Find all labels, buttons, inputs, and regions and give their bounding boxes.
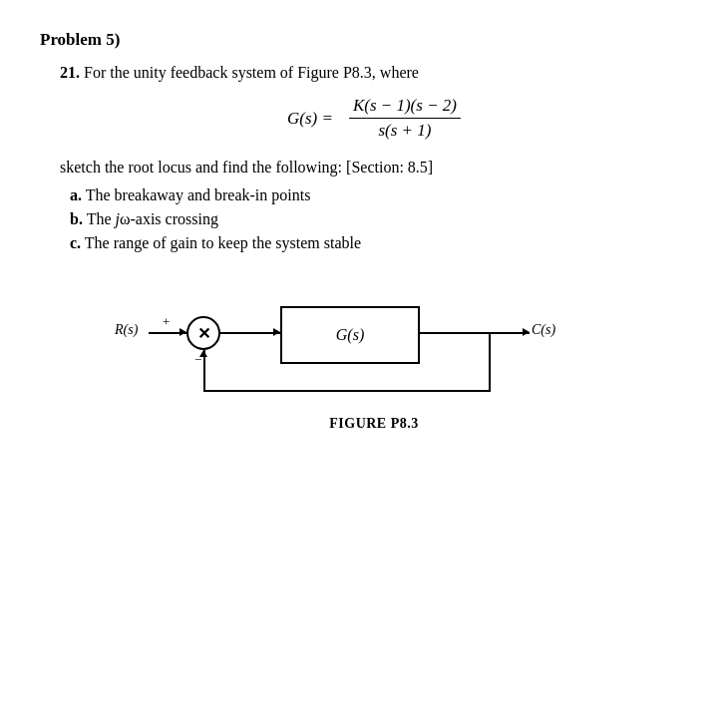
- equation-numerator: K(s − 1)(s − 2): [349, 96, 461, 119]
- block-diagram: R(s) + ✕ − G(s) C(s): [115, 292, 633, 402]
- sub-text-c: The range of gain to keep the system sta…: [85, 234, 361, 251]
- gs-label: G(s): [336, 326, 364, 344]
- problem-container: Problem 5) 21. For the unity feedback sy…: [40, 30, 688, 432]
- figure-caption: FIGURE P8.3: [329, 416, 419, 432]
- equation-denominator: s(s + 1): [374, 119, 435, 141]
- sketch-text: sketch the root locus and find the follo…: [60, 159, 688, 177]
- problem-body: 21. For the unity feedback system of Fig…: [60, 64, 688, 432]
- feedback-vertical-left: [203, 350, 205, 392]
- arrow-gs-to-output: [420, 332, 530, 334]
- problem-title: Problem 5): [40, 30, 688, 50]
- sub-text-b: The jω-axis crossing: [87, 210, 218, 227]
- summing-junction: [186, 316, 220, 350]
- feedback-horizontal: [203, 390, 491, 392]
- equation-fraction: K(s − 1)(s − 2) s(s + 1): [349, 96, 461, 141]
- feedback-vertical-right: [489, 334, 491, 392]
- sub-item-b: b. The jω-axis crossing: [70, 210, 688, 228]
- c-label: C(s): [532, 322, 555, 338]
- sub-label-a: a.: [70, 186, 82, 203]
- equation-lhs: G(s) =: [287, 109, 333, 129]
- figure-area: R(s) + ✕ − G(s) C(s): [60, 292, 688, 432]
- intro-text: For the unity feedback system of Figure …: [84, 64, 419, 81]
- sub-item-c: c. The range of gain to keep the system …: [70, 234, 688, 252]
- intro-line: 21. For the unity feedback system of Fig…: [60, 64, 688, 82]
- sub-item-a: a. The breakaway and break-in points: [70, 186, 688, 204]
- r-label: R(s): [115, 322, 138, 338]
- sub-label-c: c.: [70, 234, 81, 251]
- problem-number: 21.: [60, 64, 80, 81]
- arrow-r-to-sum: [149, 332, 186, 334]
- sub-label-b: b.: [70, 210, 83, 227]
- sub-text-a: The breakaway and break-in points: [86, 186, 311, 203]
- arrow-sum-to-gs: [220, 332, 280, 334]
- gs-box: G(s): [280, 306, 420, 364]
- equation-block: G(s) = K(s − 1)(s − 2) s(s + 1): [60, 96, 688, 141]
- plus-sign: +: [163, 314, 170, 330]
